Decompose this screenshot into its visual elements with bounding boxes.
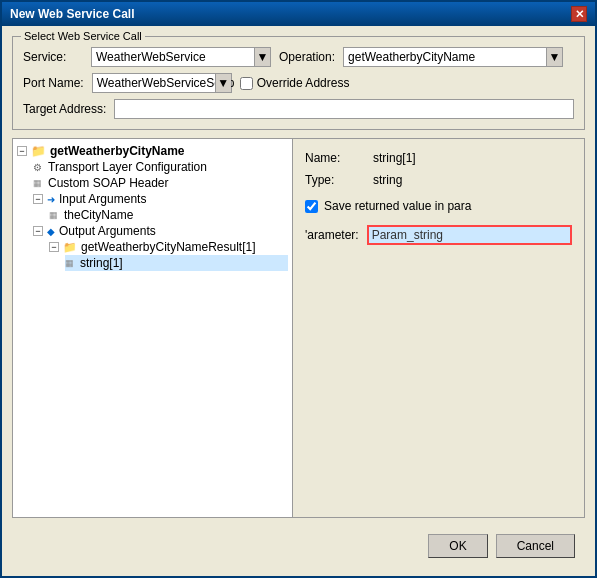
name-label: Name: [305, 151, 365, 165]
result-label: getWeatherbyCityNameResult[1] [81, 240, 256, 254]
input-expand-icon[interactable]: − [33, 194, 43, 204]
tree-root[interactable]: − 📁 getWeatherbyCityName [17, 143, 288, 159]
output-label: Output Arguments [59, 224, 156, 238]
param-label: 'arameter: [305, 228, 359, 242]
service-label: Service: [23, 50, 83, 64]
string-label: string[1] [80, 256, 123, 270]
port-label: Port Name: [23, 76, 84, 90]
type-row: Type: string [305, 173, 572, 187]
root-expand-icon[interactable]: − [17, 146, 27, 156]
port-combo-arrow[interactable]: ▼ [215, 74, 231, 92]
operation-combo[interactable]: getWeatherbyCityName ▼ [343, 47, 563, 67]
operation-value: getWeatherbyCityName [348, 50, 475, 64]
footer: OK Cancel [12, 526, 585, 566]
param-row: 'arameter: [305, 225, 572, 245]
detail-panel: Name: string[1] Type: string Save return… [293, 139, 584, 517]
select-group: Select Web Service Call Service: Weather… [12, 36, 585, 130]
save-label: Save returned value in para [324, 199, 471, 213]
transport-icon: ⚙ [33, 162, 42, 173]
save-checkbox[interactable] [305, 200, 318, 213]
port-row: Port Name: WeatherWebServiceSoap ▼ Overr… [23, 73, 574, 93]
group-title: Select Web Service Call [21, 30, 145, 42]
string-icon: ▦ [65, 258, 74, 268]
title-bar: New Web Service Call ✕ [2, 2, 595, 26]
operation-label: Operation: [279, 50, 335, 64]
window-title: New Web Service Call [10, 7, 135, 21]
cancel-button[interactable]: Cancel [496, 534, 575, 558]
tree-item-cityname[interactable]: ▦ theCityName [49, 207, 288, 223]
tree-item-transport[interactable]: ⚙ Transport Layer Configuration [33, 159, 288, 175]
root-icon: 📁 [31, 144, 46, 158]
tree-panel: − 📁 getWeatherbyCityName ⚙ Transport Lay… [13, 139, 293, 517]
output-expand-icon[interactable]: − [33, 226, 43, 236]
output-icon: ◆ [47, 226, 55, 237]
override-label: Override Address [257, 76, 350, 90]
result-folder-icon: 📁 [63, 241, 77, 254]
input-label: Input Arguments [59, 192, 146, 206]
service-combo-arrow[interactable]: ▼ [254, 48, 270, 66]
content-area: Select Web Service Call Service: Weather… [2, 26, 595, 576]
override-checkbox[interactable] [240, 77, 253, 90]
cityname-icon: ▦ [49, 210, 58, 220]
tree-item-soap[interactable]: ▦ Custom SOAP Header [33, 175, 288, 191]
save-checkbox-row: Save returned value in para [305, 199, 572, 213]
tree-item-result[interactable]: − 📁 getWeatherbyCityNameResult[1] [49, 239, 288, 255]
tree-item-input[interactable]: − ➜ Input Arguments [33, 191, 288, 207]
result-expand-icon[interactable]: − [49, 242, 59, 252]
override-checkbox-row: Override Address [240, 76, 350, 90]
target-label: Target Address: [23, 102, 106, 116]
main-area: − 📁 getWeatherbyCityName ⚙ Transport Lay… [12, 138, 585, 518]
name-value: string[1] [373, 151, 416, 165]
tree-item-string[interactable]: ▦ string[1] [65, 255, 288, 271]
type-value: string [373, 173, 402, 187]
param-input[interactable] [367, 225, 572, 245]
type-label: Type: [305, 173, 365, 187]
close-button[interactable]: ✕ [571, 6, 587, 22]
root-label: getWeatherbyCityName [50, 144, 184, 158]
port-value: WeatherWebServiceSoap [97, 76, 235, 90]
target-input[interactable] [114, 99, 574, 119]
service-value: WeatherWebService [96, 50, 206, 64]
name-row: Name: string[1] [305, 151, 572, 165]
service-row: Service: WeatherWebService ▼ Operation: … [23, 47, 574, 67]
target-row: Target Address: [23, 99, 574, 119]
cityname-label: theCityName [64, 208, 133, 222]
input-icon: ➜ [47, 194, 55, 205]
ok-button[interactable]: OK [428, 534, 487, 558]
service-combo[interactable]: WeatherWebService ▼ [91, 47, 271, 67]
operation-combo-arrow[interactable]: ▼ [546, 48, 562, 66]
tree-item-output[interactable]: − ◆ Output Arguments [33, 223, 288, 239]
soap-label: Custom SOAP Header [48, 176, 169, 190]
main-window: New Web Service Call ✕ Select Web Servic… [0, 0, 597, 578]
port-combo[interactable]: WeatherWebServiceSoap ▼ [92, 73, 232, 93]
soap-icon: ▦ [33, 178, 42, 188]
transport-label: Transport Layer Configuration [48, 160, 207, 174]
